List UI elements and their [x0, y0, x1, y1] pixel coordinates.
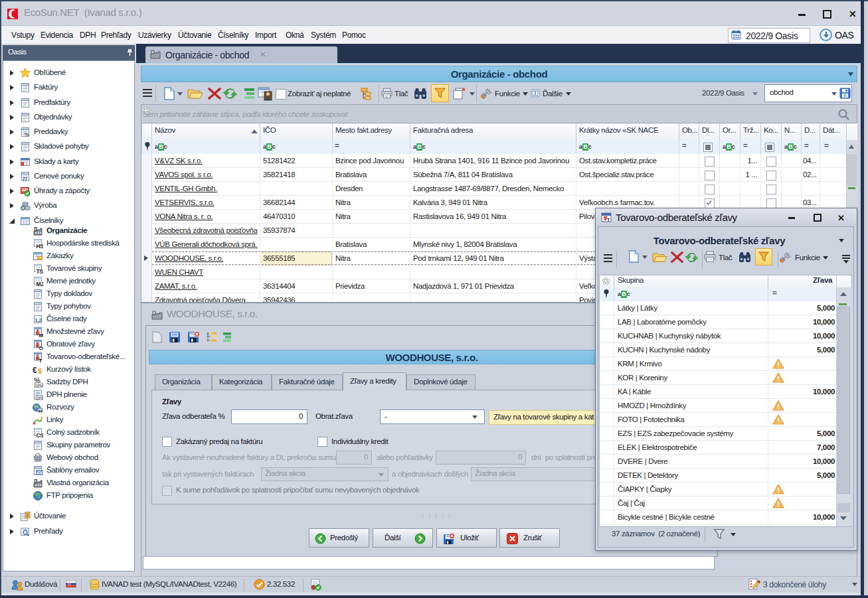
svg-text:€: € — [33, 366, 37, 375]
svg-text:%: % — [25, 131, 29, 137]
svg-text:O: O — [39, 345, 43, 350]
svg-text:1,2: 1,2 — [35, 317, 42, 323]
svg-text:77: 77 — [23, 176, 28, 182]
svg-text:DPH: DPH — [35, 384, 43, 388]
svg-text:T: T — [39, 358, 43, 363]
svg-text:$: $ — [38, 367, 42, 375]
svg-text:CS: CS — [37, 432, 44, 438]
svg-text:DPH: DPH — [37, 396, 43, 400]
svg-text:TS: TS — [37, 268, 44, 274]
svg-text:MJ: MJ — [37, 281, 44, 287]
svg-text:M: M — [39, 333, 44, 338]
svg-text:HS: HS — [37, 243, 44, 249]
